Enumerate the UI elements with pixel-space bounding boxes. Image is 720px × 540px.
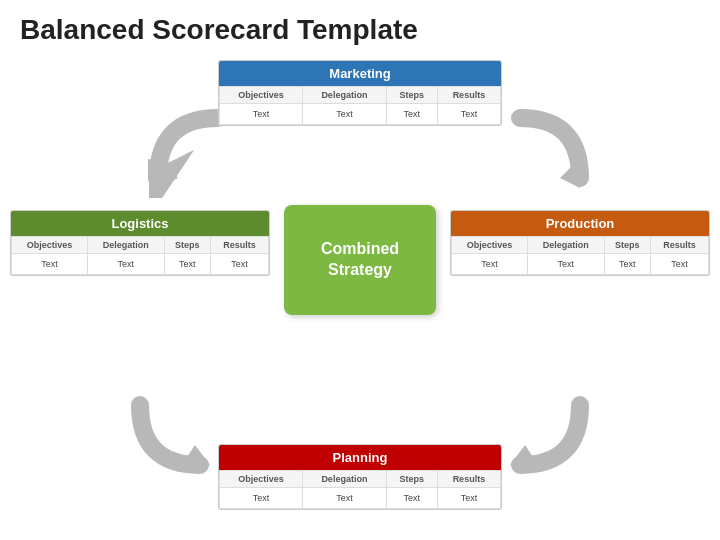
page-title: Balanced Scorecard Template xyxy=(0,0,720,46)
logistics-row: Text Text Text Text xyxy=(12,254,269,275)
arrow-bottom-right xyxy=(500,385,590,475)
planning-col-results: Results xyxy=(437,471,500,488)
planning-col-steps: Steps xyxy=(386,471,437,488)
planning-col-objectives: Objectives xyxy=(220,471,303,488)
logistics-col-results: Results xyxy=(211,237,269,254)
production-col-delegation: Delegation xyxy=(527,237,604,254)
production-header: Production xyxy=(451,211,709,236)
planning-header: Planning xyxy=(219,445,501,470)
main-area: Marketing Objectives Delegation Steps Re… xyxy=(0,50,720,530)
arrow-bottom-left xyxy=(130,385,220,475)
marketing-col-results: Results xyxy=(437,87,500,104)
production-col-steps: Steps xyxy=(604,237,651,254)
logistics-col-steps: Steps xyxy=(164,237,211,254)
combined-strategy: Combined Strategy xyxy=(284,205,436,315)
planning-row: Text Text Text Text xyxy=(220,488,501,509)
planning-card: Planning Objectives Delegation Steps Res… xyxy=(218,444,502,510)
production-card: Production Objectives Delegation Steps R… xyxy=(450,210,710,276)
logistics-card: Logistics Objectives Delegation Steps Re… xyxy=(10,210,270,276)
production-row: Text Text Text Text xyxy=(452,254,709,275)
arrow-top-right xyxy=(500,108,590,198)
logistics-col-delegation: Delegation xyxy=(87,237,164,254)
marketing-card: Marketing Objectives Delegation Steps Re… xyxy=(218,60,502,126)
marketing-col-objectives: Objectives xyxy=(220,87,303,104)
marketing-header: Marketing xyxy=(219,61,501,86)
marketing-col-steps: Steps xyxy=(386,87,437,104)
production-col-results: Results xyxy=(651,237,709,254)
planning-col-delegation: Delegation xyxy=(303,471,387,488)
production-col-objectives: Objectives xyxy=(452,237,528,254)
marketing-col-delegation: Delegation xyxy=(303,87,387,104)
logistics-col-objectives: Objectives xyxy=(12,237,88,254)
logistics-header: Logistics xyxy=(11,211,269,236)
marketing-row: Text Text Text Text xyxy=(220,104,501,125)
